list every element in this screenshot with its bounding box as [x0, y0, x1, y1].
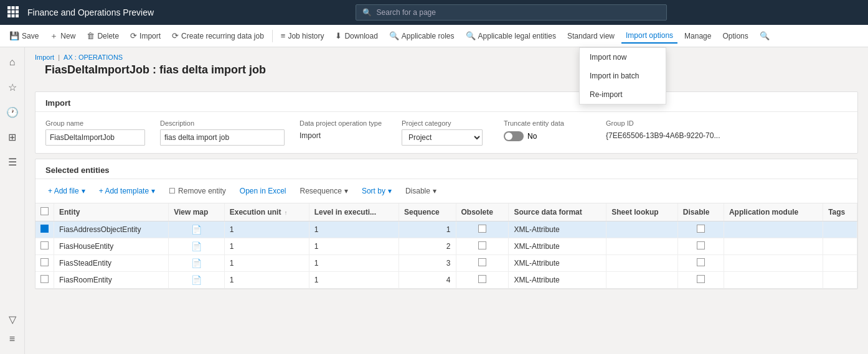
table-row: FiasRoomEntity 📄 1 1 4 XML-Attribute [35, 272, 857, 289]
save-icon: 💾 [9, 31, 19, 40]
col-header-level[interactable]: Level in executi... [309, 203, 399, 221]
col-header-sheet-lookup[interactable]: Sheet lookup [606, 203, 678, 221]
col-header-view-map[interactable]: View map [169, 203, 225, 221]
col-header-sequence[interactable]: Sequence [399, 203, 456, 221]
row-viewmap-1[interactable]: 📄 [169, 238, 225, 255]
group-name-input[interactable] [45, 129, 145, 146]
add-template-chevron: ▾ [151, 187, 155, 195]
row-obsolete-0[interactable] [456, 221, 509, 238]
row-viewmap-0[interactable]: 📄 [169, 221, 225, 238]
row-viewmap-3[interactable]: 📄 [169, 272, 225, 289]
row-obsolete-1[interactable] [456, 238, 509, 255]
row-entity-0[interactable]: FiasAddressObjectEntity [54, 221, 169, 238]
description-input[interactable] [160, 129, 285, 146]
save-button[interactable]: 💾 Save [5, 29, 43, 43]
row-viewmap-2[interactable]: 📄 [169, 255, 225, 272]
row-entity-3[interactable]: FiasRoomEntity [54, 272, 169, 289]
row-checkbox-0[interactable] [35, 221, 54, 238]
import-section-body: Group name Description Data project oper… [35, 112, 857, 153]
data-project-type-label: Data project operation type [300, 119, 387, 127]
open-in-excel-button[interactable]: Open in Excel [235, 184, 291, 198]
col-header-source-data-format[interactable]: Source data format [509, 203, 606, 221]
row-sheet-0 [606, 221, 678, 238]
row-appmodule-3 [724, 272, 823, 289]
sidebar-menu-icon[interactable]: ≡ [2, 329, 22, 349]
row-appmodule-2 [724, 255, 823, 272]
remove-entity-button[interactable]: ☐ Remove entity [164, 184, 231, 198]
delete-button[interactable]: 🗑 Delete [82, 29, 123, 43]
sort-by-chevron: ▾ [388, 187, 392, 195]
col-header-execution-unit[interactable]: Execution unit ↑ [224, 203, 309, 221]
search-toolbar-button[interactable]: 🔍 [755, 29, 774, 43]
sidebar-filter-icon[interactable]: ▽ [2, 309, 22, 329]
group-id-value: {7EE65506-13B9-4A6B-9220-70... [606, 129, 720, 140]
import-options-button[interactable]: Import options [621, 29, 677, 44]
svg-rect-6 [7, 14, 11, 17]
resequence-chevron: ▾ [344, 187, 348, 195]
re-import-item[interactable]: Re-import [580, 85, 666, 104]
sort-by-button[interactable]: Sort by ▾ [357, 184, 397, 198]
breadcrumb-import[interactable]: Import [35, 54, 54, 61]
download-button[interactable]: ⬇ Download [331, 29, 382, 43]
row-entity-1[interactable]: FiasHouseEntity [54, 238, 169, 255]
truncate-toggle[interactable] [504, 131, 524, 141]
row-disable-1[interactable] [677, 238, 724, 255]
row-checkbox-1[interactable] [35, 238, 54, 255]
row-execunit-0: 1 [224, 221, 309, 238]
row-disable-2[interactable] [677, 255, 724, 272]
sidebar-list-icon[interactable]: ☰ [2, 152, 22, 172]
applicable-roles-button[interactable]: 🔍 Applicable roles [385, 29, 459, 43]
row-checkbox-3[interactable] [35, 272, 54, 289]
add-file-label: + Add file [48, 187, 79, 195]
col-header-disable[interactable]: Disable [677, 203, 724, 221]
row-disable-3[interactable] [677, 272, 724, 289]
group-name-label: Group name [45, 119, 145, 127]
group-id-label: Group ID [606, 119, 720, 127]
resequence-button[interactable]: Resequence ▾ [295, 184, 353, 198]
selected-entities-header: Selected entities [35, 159, 857, 179]
col-header-entity[interactable]: Entity [54, 203, 169, 221]
breadcrumb-operations[interactable]: AX : OPERATIONS [64, 54, 123, 61]
applicable-legal-entities-button[interactable]: 🔍 Applicable legal entities [461, 29, 560, 43]
options-button[interactable]: Options [718, 29, 752, 43]
header-checkbox[interactable] [40, 207, 49, 215]
manage-button[interactable]: Manage [680, 29, 715, 43]
table-row: FiasSteadEntity 📄 1 1 3 XML-Attribute [35, 255, 857, 272]
row-obsolete-2[interactable] [456, 255, 509, 272]
import-section: Import Group name Description Data proje… [35, 91, 858, 154]
add-template-button[interactable]: + Add template ▾ [94, 184, 160, 198]
sidebar-workspace-icon[interactable]: ⊞ [2, 127, 22, 147]
open-excel-label: Open in Excel [240, 187, 286, 195]
svg-rect-0 [7, 6, 11, 9]
row-entity-2[interactable]: FiasSteadEntity [54, 255, 169, 272]
import-in-batch-item[interactable]: Import in batch [580, 67, 666, 85]
create-recurring-button[interactable]: ⟳ Create recurring data job [167, 29, 268, 43]
search-bar[interactable]: 🔍 Search for a page [356, 4, 667, 21]
grid-icon[interactable] [7, 6, 20, 19]
project-category-select[interactable]: Project [402, 129, 483, 146]
row-checkbox-2[interactable] [35, 255, 54, 272]
row-disable-0[interactable] [677, 221, 724, 238]
add-file-chevron: ▾ [82, 187, 85, 195]
col-header-obsolete[interactable]: Obsolete [456, 203, 509, 221]
standard-view-button[interactable]: Standard view [563, 29, 619, 43]
data-project-type-field: Data project operation type Import [300, 119, 387, 146]
col-header-tags[interactable]: Tags [823, 203, 857, 221]
col-header-app-module[interactable]: Application module [724, 203, 823, 221]
row-level-2: 1 [309, 255, 399, 272]
sidebar-recent-icon[interactable]: 🕐 [2, 102, 22, 122]
disable-button[interactable]: Disable ▾ [400, 184, 441, 198]
import-now-item[interactable]: Import now [580, 48, 666, 67]
disable-label: Disable [405, 187, 430, 195]
svg-rect-5 [16, 11, 19, 14]
sidebar-star-icon[interactable]: ☆ [2, 77, 22, 97]
svg-rect-3 [7, 11, 11, 14]
import-button[interactable]: ⟳ Import [126, 29, 165, 43]
sidebar-home-icon[interactable]: ⌂ [2, 52, 22, 72]
add-file-button[interactable]: + Add file ▾ [43, 184, 90, 198]
row-appmodule-0 [724, 221, 823, 238]
row-obsolete-3[interactable] [456, 272, 509, 289]
new-button[interactable]: ＋ New [45, 28, 80, 44]
job-history-button[interactable]: ≡ Job history [276, 29, 329, 43]
row-sheet-2 [606, 255, 678, 272]
